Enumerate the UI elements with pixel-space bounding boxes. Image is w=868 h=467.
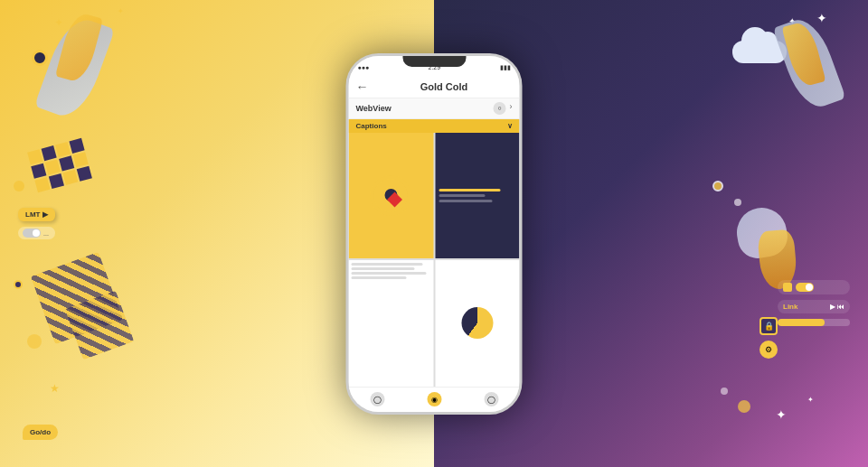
phone-title: Gold Cold bbox=[376, 81, 513, 92]
webview-label: WebView bbox=[356, 104, 494, 113]
text-line-4 bbox=[352, 276, 407, 279]
battery-indicator: ▮▮▮ bbox=[500, 64, 511, 71]
webview-icon-circle[interactable]: ○ bbox=[494, 102, 506, 115]
text-line-3 bbox=[352, 272, 427, 275]
captions-row[interactable]: Captions ∨ bbox=[349, 119, 520, 133]
text-line-1 bbox=[352, 263, 423, 266]
phone: ●●● 2:29 ▮▮▮ ← Gold Cold WebView ○ › bbox=[346, 53, 523, 415]
text-line-2 bbox=[352, 267, 415, 270]
bottom-icon-1[interactable]: ◯ bbox=[370, 392, 384, 406]
phone-bottom-bar: ◯ ◉ ◯ bbox=[349, 387, 520, 412]
phone-notch bbox=[402, 56, 466, 67]
chevron-down-icon: ∨ bbox=[507, 122, 513, 130]
dark-line-gold bbox=[439, 189, 500, 191]
content-cell-text bbox=[349, 260, 434, 387]
phone-header: ← Gold Cold bbox=[349, 76, 520, 98]
scene: ✦ ✦ ✦ bbox=[0, 0, 868, 467]
content-cell-chart bbox=[435, 260, 520, 387]
content-cell-dark bbox=[435, 133, 520, 259]
bottom-icon-2[interactable]: ◉ bbox=[427, 392, 441, 406]
webview-row: WebView ○ › bbox=[349, 98, 520, 119]
dark-line-2 bbox=[439, 200, 493, 202]
dark-line-1 bbox=[439, 194, 485, 197]
phone-wrapper: ●●● 2:29 ▮▮▮ ← Gold Cold WebView ○ › bbox=[346, 53, 523, 415]
bottom-icon-3[interactable]: ◯ bbox=[484, 392, 498, 406]
webview-arrow-icon[interactable]: › bbox=[510, 102, 513, 115]
back-arrow-icon[interactable]: ← bbox=[356, 79, 369, 94]
captions-label: Captions bbox=[356, 122, 387, 130]
circle-icon: ○ bbox=[497, 105, 501, 111]
target-icon bbox=[371, 175, 411, 216]
webview-icons: ○ › bbox=[494, 102, 513, 115]
signal-indicator: ●●● bbox=[358, 64, 370, 70]
pie-chart bbox=[461, 307, 493, 339]
dark-cell-content bbox=[435, 185, 520, 206]
content-area bbox=[349, 133, 520, 387]
content-cell-dial bbox=[349, 133, 434, 259]
